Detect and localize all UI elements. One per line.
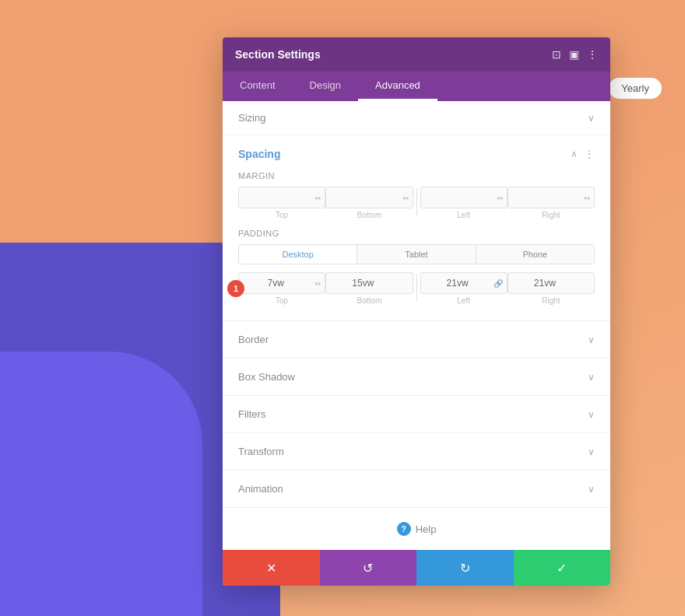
transform-section[interactable]: Transform ∨ <box>223 433 610 471</box>
help-label: Help <box>416 523 437 535</box>
margin-top-group: ⇔ Top <box>238 187 325 219</box>
help-icon: ? <box>397 522 411 536</box>
padding-left-link-icon: 🔗 <box>494 279 503 288</box>
columns-icon[interactable]: ▣ <box>569 48 579 61</box>
margin-top-input[interactable] <box>238 187 325 208</box>
margin-input-row: ⇔ Top ⇔ Bottom ⇔ Lef <box>238 187 595 219</box>
margin-right-link-icon: ⇔ <box>584 194 590 202</box>
margin-divider <box>416 188 417 216</box>
padding-top-input[interactable] <box>238 272 325 294</box>
device-tabs: Desktop Tablet Phone <box>238 244 595 264</box>
box-shadow-section[interactable]: Box Shadow ∨ <box>223 359 610 396</box>
padding-input-row: ⇔ Top Bottom 🔗 <box>238 272 595 305</box>
spacing-title: Spacing <box>238 148 280 160</box>
animation-section[interactable]: Animation ∨ <box>223 471 610 508</box>
more-icon[interactable]: ⋮ <box>587 48 598 61</box>
device-tab-tablet[interactable]: Tablet <box>357 245 476 264</box>
padding-label: Padding <box>238 229 595 238</box>
padding-top-group: ⇔ Top <box>238 272 325 305</box>
spacing-header: Spacing ∧ ⋮ <box>238 148 595 160</box>
padding-left-group: 🔗 Left <box>420 272 508 305</box>
box-shadow-chevron-icon: ∨ <box>588 372 595 383</box>
margin-right-label: Right <box>542 211 560 219</box>
spacing-section: Spacing ∧ ⋮ Margin ⇔ Top <box>223 135 610 321</box>
padding-top-label: Top <box>276 296 288 305</box>
padding-bottom-input[interactable] <box>325 272 413 294</box>
tab-design[interactable]: Design <box>293 72 358 101</box>
step-badge-1: 1 <box>227 280 244 297</box>
filters-label: Filters <box>238 408 265 420</box>
modal-tabs: Content Design Advanced <box>223 72 610 101</box>
margin-bottom-link-icon: ⇔ <box>402 194 409 202</box>
margin-left-link-icon: ⇔ <box>497 194 503 202</box>
yearly-badge: Yearly <box>609 78 662 99</box>
margin-top-label: Top <box>276 211 288 219</box>
animation-chevron-icon: ∨ <box>588 484 595 495</box>
border-chevron-icon: ∨ <box>588 334 595 345</box>
device-tab-desktop[interactable]: Desktop <box>239 245 357 264</box>
transform-chevron-icon: ∨ <box>588 446 595 457</box>
padding-left-label: Left <box>457 296 470 305</box>
border-section[interactable]: Border ∨ <box>223 321 610 359</box>
padding-divider <box>416 274 417 302</box>
padding-row-wrapper: 1 ⇔ Top Bottom <box>238 272 595 305</box>
spacing-more-icon[interactable]: ⋮ <box>584 148 595 160</box>
yearly-label: Yearly <box>621 82 649 94</box>
filters-section[interactable]: Filters ∨ <box>223 396 610 433</box>
margin-right-input[interactable] <box>508 187 595 208</box>
sizing-label: Sizing <box>238 112 265 124</box>
margin-right-group: ⇔ Right <box>508 187 595 219</box>
tab-content[interactable]: Content <box>223 72 293 101</box>
tab-advanced[interactable]: Advanced <box>358 72 437 101</box>
sizing-chevron-icon: ∨ <box>588 113 595 124</box>
modal-header-icons: ⊡ ▣ ⋮ <box>552 48 598 61</box>
modal-body: Sizing ∨ Spacing ∧ ⋮ Margin ⇔ T <box>223 101 610 550</box>
modal-title: Section Settings <box>235 48 321 61</box>
help-row[interactable]: ? Help <box>223 508 610 550</box>
sizing-section-row[interactable]: Sizing ∨ <box>223 101 610 135</box>
redo-button[interactable]: ↻ <box>416 550 514 586</box>
spacing-collapse-icon[interactable]: ∧ <box>571 149 578 159</box>
margin-bottom-input[interactable] <box>325 187 413 208</box>
margin-left-input[interactable] <box>420 187 508 208</box>
margin-top-link-icon: ⇔ <box>314 194 321 202</box>
padding-top-link-icon: ⇔ <box>314 279 321 288</box>
padding-right-label: Right <box>542 296 560 305</box>
filters-chevron-icon: ∨ <box>588 409 595 420</box>
spacing-header-right: ∧ ⋮ <box>571 148 595 160</box>
padding-bottom-group: Bottom <box>325 272 413 305</box>
border-label: Border <box>238 334 269 345</box>
transform-label: Transform <box>238 446 284 457</box>
device-tab-phone[interactable]: Phone <box>476 245 594 264</box>
purple-wave-2 <box>0 352 202 616</box>
margin-left-group: ⇔ Left <box>420 187 508 219</box>
section-settings-modal: Section Settings ⊡ ▣ ⋮ Content Design Ad… <box>223 37 610 586</box>
margin-label: Margin <box>238 171 595 180</box>
margin-bottom-group: ⇔ Bottom <box>325 187 413 219</box>
padding-bottom-label: Bottom <box>357 296 382 305</box>
padding-right-group: Right <box>508 272 595 305</box>
box-shadow-label: Box Shadow <box>238 371 295 383</box>
margin-left-label: Left <box>457 211 470 219</box>
padding-right-input[interactable] <box>508 272 595 294</box>
expand-icon[interactable]: ⊡ <box>552 48 561 61</box>
modal-footer: ✕ ↺ ↻ ✓ <box>223 550 610 586</box>
cancel-button[interactable]: ✕ <box>223 550 320 586</box>
margin-bottom-label: Bottom <box>357 211 382 219</box>
reset-button[interactable]: ↺ <box>320 550 417 586</box>
save-button[interactable]: ✓ <box>514 550 611 586</box>
animation-label: Animation <box>238 483 283 495</box>
modal-header: Section Settings ⊡ ▣ ⋮ <box>223 37 610 72</box>
